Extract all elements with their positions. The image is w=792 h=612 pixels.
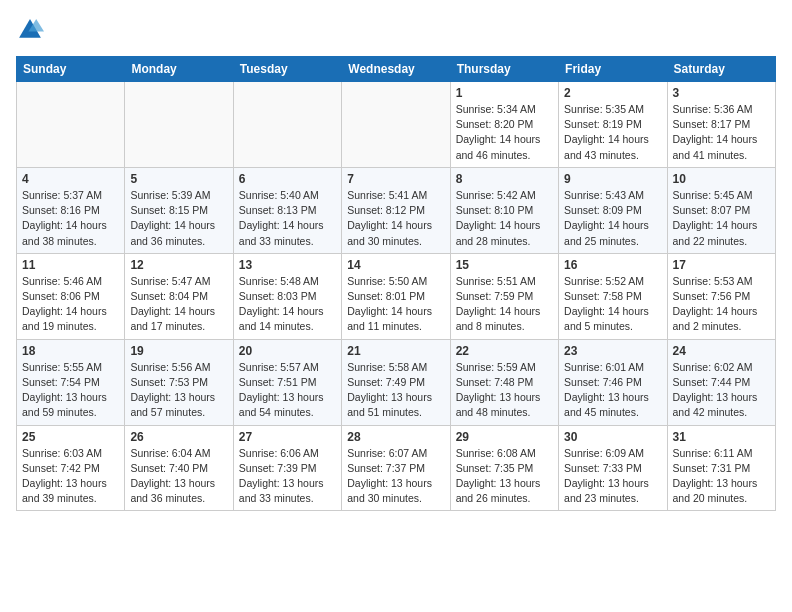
day-info: Sunrise: 5:59 AM Sunset: 7:48 PM Dayligh… [456, 360, 553, 421]
day-number: 13 [239, 258, 336, 272]
day-info: Sunrise: 5:56 AM Sunset: 7:53 PM Dayligh… [130, 360, 227, 421]
calendar-cell: 6Sunrise: 5:40 AM Sunset: 8:13 PM Daylig… [233, 167, 341, 253]
day-info: Sunrise: 5:40 AM Sunset: 8:13 PM Dayligh… [239, 188, 336, 249]
day-number: 23 [564, 344, 661, 358]
day-info: Sunrise: 6:06 AM Sunset: 7:39 PM Dayligh… [239, 446, 336, 507]
day-info: Sunrise: 6:01 AM Sunset: 7:46 PM Dayligh… [564, 360, 661, 421]
day-number: 5 [130, 172, 227, 186]
calendar-cell [233, 82, 341, 168]
day-number: 4 [22, 172, 119, 186]
day-info: Sunrise: 5:45 AM Sunset: 8:07 PM Dayligh… [673, 188, 770, 249]
day-info: Sunrise: 6:09 AM Sunset: 7:33 PM Dayligh… [564, 446, 661, 507]
day-header-monday: Monday [125, 57, 233, 82]
day-info: Sunrise: 5:39 AM Sunset: 8:15 PM Dayligh… [130, 188, 227, 249]
calendar-cell: 20Sunrise: 5:57 AM Sunset: 7:51 PM Dayli… [233, 339, 341, 425]
calendar-cell: 15Sunrise: 5:51 AM Sunset: 7:59 PM Dayli… [450, 253, 558, 339]
day-info: Sunrise: 5:35 AM Sunset: 8:19 PM Dayligh… [564, 102, 661, 163]
day-number: 12 [130, 258, 227, 272]
day-header-saturday: Saturday [667, 57, 775, 82]
page-header [16, 16, 776, 44]
day-info: Sunrise: 5:52 AM Sunset: 7:58 PM Dayligh… [564, 274, 661, 335]
day-number: 3 [673, 86, 770, 100]
day-number: 1 [456, 86, 553, 100]
calendar-cell: 1Sunrise: 5:34 AM Sunset: 8:20 PM Daylig… [450, 82, 558, 168]
calendar-cell: 14Sunrise: 5:50 AM Sunset: 8:01 PM Dayli… [342, 253, 450, 339]
day-number: 16 [564, 258, 661, 272]
calendar-cell: 21Sunrise: 5:58 AM Sunset: 7:49 PM Dayli… [342, 339, 450, 425]
calendar-cell: 5Sunrise: 5:39 AM Sunset: 8:15 PM Daylig… [125, 167, 233, 253]
calendar-cell: 12Sunrise: 5:47 AM Sunset: 8:04 PM Dayli… [125, 253, 233, 339]
calendar-cell: 23Sunrise: 6:01 AM Sunset: 7:46 PM Dayli… [559, 339, 667, 425]
day-info: Sunrise: 5:53 AM Sunset: 7:56 PM Dayligh… [673, 274, 770, 335]
day-info: Sunrise: 5:47 AM Sunset: 8:04 PM Dayligh… [130, 274, 227, 335]
day-number: 29 [456, 430, 553, 444]
day-number: 15 [456, 258, 553, 272]
day-number: 9 [564, 172, 661, 186]
calendar-cell: 10Sunrise: 5:45 AM Sunset: 8:07 PM Dayli… [667, 167, 775, 253]
calendar-cell [17, 82, 125, 168]
calendar-cell: 9Sunrise: 5:43 AM Sunset: 8:09 PM Daylig… [559, 167, 667, 253]
day-info: Sunrise: 5:58 AM Sunset: 7:49 PM Dayligh… [347, 360, 444, 421]
day-number: 7 [347, 172, 444, 186]
calendar-cell [125, 82, 233, 168]
calendar-cell: 16Sunrise: 5:52 AM Sunset: 7:58 PM Dayli… [559, 253, 667, 339]
calendar-table: SundayMondayTuesdayWednesdayThursdayFrid… [16, 56, 776, 511]
day-number: 27 [239, 430, 336, 444]
calendar-cell: 26Sunrise: 6:04 AM Sunset: 7:40 PM Dayli… [125, 425, 233, 511]
day-number: 18 [22, 344, 119, 358]
calendar-cell: 2Sunrise: 5:35 AM Sunset: 8:19 PM Daylig… [559, 82, 667, 168]
day-number: 8 [456, 172, 553, 186]
day-info: Sunrise: 6:03 AM Sunset: 7:42 PM Dayligh… [22, 446, 119, 507]
day-info: Sunrise: 6:11 AM Sunset: 7:31 PM Dayligh… [673, 446, 770, 507]
day-number: 2 [564, 86, 661, 100]
logo [16, 16, 48, 44]
calendar-cell [342, 82, 450, 168]
logo-icon [16, 16, 44, 44]
day-number: 26 [130, 430, 227, 444]
day-info: Sunrise: 6:08 AM Sunset: 7:35 PM Dayligh… [456, 446, 553, 507]
day-number: 14 [347, 258, 444, 272]
day-header-thursday: Thursday [450, 57, 558, 82]
day-info: Sunrise: 5:55 AM Sunset: 7:54 PM Dayligh… [22, 360, 119, 421]
day-header-tuesday: Tuesday [233, 57, 341, 82]
day-info: Sunrise: 5:36 AM Sunset: 8:17 PM Dayligh… [673, 102, 770, 163]
day-number: 25 [22, 430, 119, 444]
day-info: Sunrise: 5:48 AM Sunset: 8:03 PM Dayligh… [239, 274, 336, 335]
calendar-cell: 3Sunrise: 5:36 AM Sunset: 8:17 PM Daylig… [667, 82, 775, 168]
calendar-cell: 27Sunrise: 6:06 AM Sunset: 7:39 PM Dayli… [233, 425, 341, 511]
day-info: Sunrise: 6:04 AM Sunset: 7:40 PM Dayligh… [130, 446, 227, 507]
day-header-sunday: Sunday [17, 57, 125, 82]
day-info: Sunrise: 5:46 AM Sunset: 8:06 PM Dayligh… [22, 274, 119, 335]
day-number: 10 [673, 172, 770, 186]
day-header-friday: Friday [559, 57, 667, 82]
calendar-cell: 11Sunrise: 5:46 AM Sunset: 8:06 PM Dayli… [17, 253, 125, 339]
day-info: Sunrise: 5:41 AM Sunset: 8:12 PM Dayligh… [347, 188, 444, 249]
calendar-cell: 29Sunrise: 6:08 AM Sunset: 7:35 PM Dayli… [450, 425, 558, 511]
day-info: Sunrise: 5:57 AM Sunset: 7:51 PM Dayligh… [239, 360, 336, 421]
day-header-wednesday: Wednesday [342, 57, 450, 82]
day-number: 19 [130, 344, 227, 358]
day-number: 17 [673, 258, 770, 272]
day-info: Sunrise: 5:34 AM Sunset: 8:20 PM Dayligh… [456, 102, 553, 163]
day-number: 6 [239, 172, 336, 186]
day-info: Sunrise: 5:43 AM Sunset: 8:09 PM Dayligh… [564, 188, 661, 249]
calendar-cell: 22Sunrise: 5:59 AM Sunset: 7:48 PM Dayli… [450, 339, 558, 425]
calendar-cell: 25Sunrise: 6:03 AM Sunset: 7:42 PM Dayli… [17, 425, 125, 511]
day-number: 11 [22, 258, 119, 272]
calendar-cell: 13Sunrise: 5:48 AM Sunset: 8:03 PM Dayli… [233, 253, 341, 339]
day-info: Sunrise: 5:50 AM Sunset: 8:01 PM Dayligh… [347, 274, 444, 335]
day-number: 28 [347, 430, 444, 444]
day-number: 31 [673, 430, 770, 444]
day-number: 22 [456, 344, 553, 358]
day-number: 21 [347, 344, 444, 358]
calendar-cell: 8Sunrise: 5:42 AM Sunset: 8:10 PM Daylig… [450, 167, 558, 253]
calendar-cell: 18Sunrise: 5:55 AM Sunset: 7:54 PM Dayli… [17, 339, 125, 425]
day-info: Sunrise: 5:51 AM Sunset: 7:59 PM Dayligh… [456, 274, 553, 335]
day-number: 20 [239, 344, 336, 358]
day-info: Sunrise: 5:37 AM Sunset: 8:16 PM Dayligh… [22, 188, 119, 249]
calendar-cell: 24Sunrise: 6:02 AM Sunset: 7:44 PM Dayli… [667, 339, 775, 425]
calendar-cell: 28Sunrise: 6:07 AM Sunset: 7:37 PM Dayli… [342, 425, 450, 511]
calendar-cell: 4Sunrise: 5:37 AM Sunset: 8:16 PM Daylig… [17, 167, 125, 253]
day-number: 24 [673, 344, 770, 358]
calendar-cell: 30Sunrise: 6:09 AM Sunset: 7:33 PM Dayli… [559, 425, 667, 511]
